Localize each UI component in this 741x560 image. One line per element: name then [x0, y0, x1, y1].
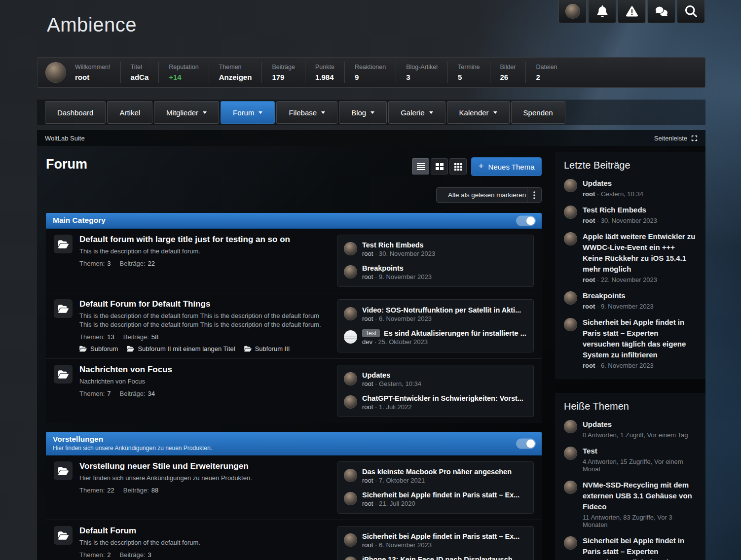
hot-topic-title[interactable]: Updates: [583, 419, 688, 430]
author[interactable]: root: [362, 250, 373, 257]
user-menu-button[interactable]: [558, 0, 587, 23]
sidebar-toggle[interactable]: Seitenleiste: [654, 135, 698, 142]
category-header[interactable]: Vorstellungen Hier finden sich unsere An…: [46, 432, 542, 455]
recent-post-title[interactable]: Test Rich Embeds: [583, 205, 657, 215]
moderation-button[interactable]: [618, 0, 646, 23]
avatar[interactable]: [344, 307, 357, 320]
author[interactable]: root: [362, 403, 373, 411]
more-options-button[interactable]: [527, 187, 542, 203]
latest-post-title[interactable]: iPhone 13: Kein Face ID nach Displaytaus…: [362, 556, 520, 560]
latest-post-title[interactable]: Updates: [362, 371, 390, 379]
avatar[interactable]: [564, 291, 577, 305]
forum-title[interactable]: Default Forum: [79, 526, 200, 536]
view-compact-grid-button[interactable]: [449, 158, 467, 175]
latest-post-title[interactable]: Breakpoints: [362, 264, 404, 272]
author[interactable]: root: [583, 362, 595, 369]
author[interactable]: root: [362, 477, 373, 484]
nav-spenden[interactable]: Spenden: [511, 101, 565, 124]
latest-post-title[interactable]: Sicherheit bei Apple findet in Paris sta…: [362, 532, 519, 540]
category-collapse-toggle[interactable]: [516, 438, 536, 449]
view-list-button[interactable]: [412, 158, 429, 175]
avatar[interactable]: [344, 469, 357, 482]
stat-value[interactable]: 26: [500, 73, 516, 81]
avatar[interactable]: [344, 492, 357, 505]
forum-title[interactable]: Default forum with large title just for …: [79, 235, 290, 245]
latest-post-title[interactable]: Es sind Aktualisierungen für installiert…: [384, 329, 526, 337]
stat-value[interactable]: Anzeigen: [219, 73, 252, 81]
author[interactable]: root: [362, 500, 373, 507]
avatar[interactable]: [564, 481, 577, 494]
view-grid-button[interactable]: [431, 158, 448, 175]
nav-kalender[interactable]: Kalender: [447, 101, 510, 124]
subforum-link[interactable]: Subforum II mit einem langen Titel: [127, 345, 235, 352]
forum-title[interactable]: Nachrichten von Focus: [79, 365, 172, 375]
forum-icon-tile[interactable]: [54, 235, 73, 253]
author[interactable]: root: [362, 315, 373, 322]
conversations-button[interactable]: [647, 0, 675, 23]
site-logo[interactable]: Ambience: [47, 14, 137, 36]
nav-galerie[interactable]: Galerie: [388, 101, 445, 124]
avatar[interactable]: [344, 372, 357, 385]
avatar[interactable]: [344, 242, 357, 255]
stat-value[interactable]: 3: [406, 73, 438, 81]
latest-post-title[interactable]: Das kleinste Macbook Pro näher angesehen: [362, 468, 512, 476]
latest-post-title[interactable]: Video: SOS-Notruffunktion per Satellit i…: [362, 306, 521, 314]
breadcrumb[interactable]: WoltLab Suite: [45, 135, 85, 142]
user-panel-avatar[interactable]: [45, 62, 66, 83]
avatar[interactable]: [344, 395, 357, 409]
forum-icon-tile[interactable]: [54, 365, 73, 384]
author[interactable]: root: [362, 541, 373, 549]
latest-post-title[interactable]: Test Rich Embeds: [362, 241, 424, 249]
stat-value[interactable]: 179: [272, 73, 295, 81]
stat-value[interactable]: 9: [355, 73, 386, 81]
search-button[interactable]: [677, 0, 705, 23]
category-collapse-toggle[interactable]: [516, 215, 536, 226]
nav-artikel[interactable]: Artikel: [107, 101, 152, 124]
forum-title[interactable]: Vorstellung neuer Stile und Erweiterunge…: [79, 461, 252, 471]
latest-post-title[interactable]: ChatGPT-Entwickler in Schwierigkeiten: V…: [362, 394, 523, 402]
stat-value[interactable]: +14: [169, 73, 198, 81]
forum-icon-tile[interactable]: [54, 299, 73, 318]
forum-title[interactable]: Default Forum for Default Things: [79, 299, 328, 309]
latest-post-title[interactable]: Sicherheit bei Apple findet in Paris sta…: [362, 491, 519, 499]
author[interactable]: root: [362, 273, 373, 280]
hot-topic-title[interactable]: NVMe-SSD-Recycling mit dem externen USB …: [583, 480, 697, 512]
mark-all-read-button[interactable]: Alle als gelesen markieren: [436, 187, 533, 203]
subforum-link[interactable]: Subforum III: [244, 345, 290, 352]
stat-value[interactable]: 2: [536, 73, 557, 81]
author[interactable]: root: [583, 217, 595, 224]
forum-icon-tile[interactable]: [54, 461, 73, 480]
avatar[interactable]: [564, 420, 577, 433]
avatar[interactable]: [564, 232, 577, 245]
hot-topic-title[interactable]: Sicherheit bei Apple findet in Paris sta…: [583, 535, 697, 560]
avatar[interactable]: [564, 179, 577, 192]
forum-icon-tile[interactable]: [54, 526, 73, 545]
username[interactable]: root: [75, 73, 111, 81]
nav-mitglieder[interactable]: Mitglieder: [154, 101, 219, 124]
avatar[interactable]: [344, 330, 357, 344]
author[interactable]: root: [362, 380, 373, 387]
recent-post-title[interactable]: Breakpoints: [583, 290, 654, 301]
new-topic-button[interactable]: + Neues Thema: [471, 157, 542, 176]
avatar[interactable]: [344, 265, 357, 279]
author[interactable]: dev: [362, 338, 372, 346]
nav-forum[interactable]: Forum: [221, 101, 275, 124]
avatar[interactable]: [564, 206, 577, 219]
avatar[interactable]: [344, 533, 357, 547]
hot-topic-title[interactable]: Test: [583, 446, 697, 456]
recent-post-title[interactable]: Updates: [583, 178, 643, 189]
nav-blog[interactable]: Blog: [339, 101, 387, 124]
avatar[interactable]: [344, 557, 357, 560]
recent-post-title[interactable]: Apple lädt weitere Entwickler zu WWDC-Li…: [583, 231, 697, 275]
notifications-button[interactable]: [588, 0, 616, 23]
author[interactable]: root: [583, 303, 595, 310]
nav-filebase[interactable]: Filebase: [276, 101, 337, 124]
nav-dashboard[interactable]: Dashboard: [45, 101, 106, 124]
avatar[interactable]: [564, 318, 577, 331]
stat-value[interactable]: 5: [458, 73, 480, 81]
author[interactable]: root: [583, 190, 595, 198]
avatar[interactable]: [564, 536, 577, 550]
avatar[interactable]: [564, 447, 577, 460]
recent-post-title[interactable]: Sicherheit bei Apple findet in Paris sta…: [583, 317, 697, 360]
subforum-link[interactable]: Subforum: [79, 345, 118, 352]
